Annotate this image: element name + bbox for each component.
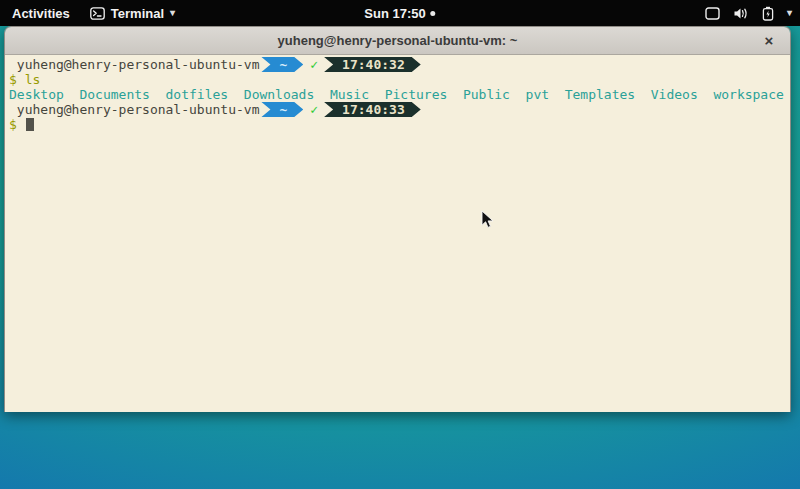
- prompt-line-1: yuheng@henry-personal-ubuntu-vm ~ ✓ 17:4…: [9, 57, 786, 72]
- close-button[interactable]: ×: [758, 27, 780, 54]
- clock-label: Sun 17:50: [364, 6, 425, 21]
- terminal-icon: [90, 7, 105, 20]
- command-line: $ ls: [9, 72, 786, 87]
- directory-list: Desktop Documents dotfiles Downloads Mus…: [9, 87, 784, 102]
- time-segment: 17:40:32: [324, 57, 421, 72]
- window-title: yuheng@henry-personal-ubuntu-vm: ~: [5, 33, 790, 48]
- volume-icon: [733, 7, 749, 20]
- window-titlebar[interactable]: yuheng@henry-personal-ubuntu-vm: ~ ×: [5, 27, 790, 55]
- mouse-pointer-icon: [481, 210, 495, 234]
- cwd-segment: ~: [261, 57, 303, 72]
- app-menu-label: Terminal: [111, 6, 164, 21]
- system-menu-chevron-icon: ▾: [787, 8, 792, 18]
- clock-button[interactable]: Sun 17:50: [364, 0, 435, 26]
- terminal-content[interactable]: yuheng@henry-personal-ubuntu-vm ~ ✓ 17:4…: [5, 55, 790, 412]
- time-segment: 17:40:33: [324, 102, 421, 117]
- battery-charging-icon: [762, 6, 774, 21]
- cwd-segment: ~: [261, 102, 303, 117]
- activities-button[interactable]: Activities: [8, 0, 74, 26]
- top-bar: Activities Terminal ▾ Sun 17:50: [0, 0, 800, 26]
- status-check-icon: ✓: [310, 57, 318, 72]
- user-host-text: yuheng@henry-personal-ubuntu-vm: [9, 57, 259, 72]
- chevron-down-icon: ▾: [170, 8, 175, 18]
- prompt-symbol: $: [9, 72, 25, 87]
- terminal-window: yuheng@henry-personal-ubuntu-vm: ~ × yuh…: [4, 26, 791, 412]
- prompt-line-2: yuheng@henry-personal-ubuntu-vm ~ ✓ 17:4…: [9, 102, 786, 117]
- status-check-icon: ✓: [310, 102, 318, 117]
- ls-output-line: Desktop Documents dotfiles Downloads Mus…: [9, 87, 786, 102]
- input-line[interactable]: $: [9, 117, 786, 132]
- system-status-area[interactable]: ▾: [705, 0, 792, 26]
- user-host-text: yuheng@henry-personal-ubuntu-vm: [9, 102, 259, 117]
- prompt-symbol: $: [9, 117, 25, 132]
- text-cursor: [26, 118, 34, 131]
- command-text: ls: [25, 72, 41, 87]
- display-icon: [705, 7, 720, 20]
- app-menu[interactable]: Terminal ▾: [90, 0, 175, 26]
- notification-dot-icon: [431, 11, 436, 16]
